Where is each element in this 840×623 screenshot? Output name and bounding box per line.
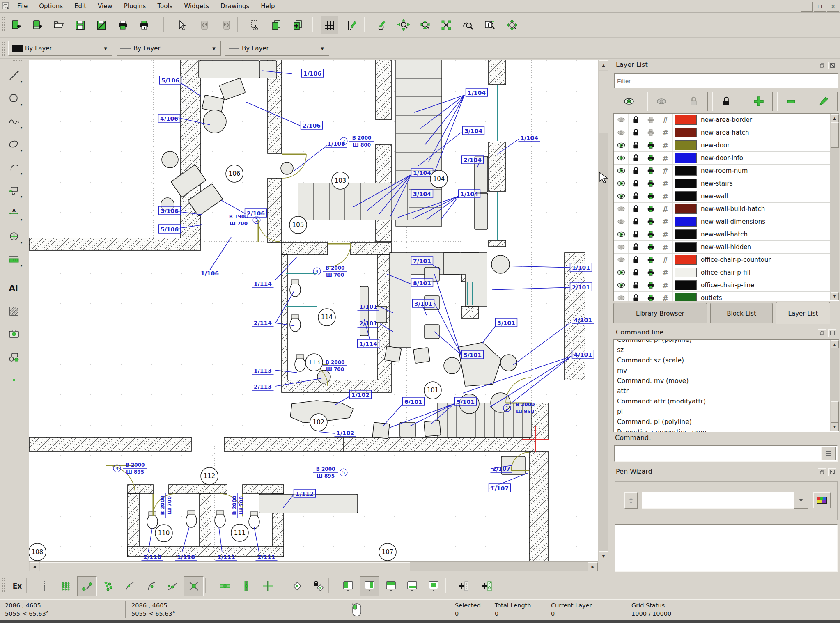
eye-off-icon[interactable] <box>614 254 629 266</box>
eye-off-icon[interactable] <box>614 241 629 253</box>
eye-off-icon[interactable] <box>614 114 629 126</box>
penbar-handle[interactable] <box>2 40 5 56</box>
lock-icon[interactable] <box>629 241 643 253</box>
show-all-button[interactable] <box>615 92 643 111</box>
lock-icon[interactable] <box>629 177 643 190</box>
close-panel-icon[interactable] <box>828 329 836 337</box>
tool-hatch-button[interactable] <box>5 302 23 320</box>
new-template-button[interactable] <box>29 16 46 34</box>
layer-row[interactable]: #new-wall-hatch <box>614 228 839 241</box>
layer-row[interactable]: #office-chair-p-countour <box>614 254 839 266</box>
menu-file[interactable]: File <box>11 1 33 11</box>
close-button[interactable]: ✕ <box>827 2 839 12</box>
scroll-down-icon[interactable]: ▼ <box>599 551 608 561</box>
print-icon[interactable] <box>643 126 658 139</box>
lock-icon[interactable] <box>629 203 643 215</box>
menu-help[interactable]: Help <box>255 1 280 11</box>
construction-icon[interactable]: # <box>658 177 673 190</box>
command-options-icon[interactable] <box>821 447 836 460</box>
tool-arc-button[interactable]: ▾ <box>5 159 23 176</box>
construction-icon[interactable]: # <box>658 292 673 301</box>
eye-icon[interactable] <box>614 190 629 202</box>
snap-distance-button[interactable] <box>163 576 182 596</box>
lock-icon[interactable] <box>629 292 643 301</box>
set-rel-zero-button[interactable] <box>287 576 307 596</box>
print-icon[interactable] <box>643 279 658 291</box>
canvas-vertical-scrollbar[interactable]: ▲ ▼ <box>598 60 608 561</box>
scroll-up-icon[interactable]: ▲ <box>831 340 839 348</box>
close-panel-icon[interactable] <box>828 468 836 476</box>
layer-row[interactable]: #new-wall-dimensions <box>614 215 839 228</box>
layer-row[interactable]: #outlets <box>614 292 839 301</box>
redo-button[interactable] <box>218 16 235 34</box>
lock-icon[interactable] <box>629 190 643 202</box>
snap-grid-button[interactable] <box>56 576 76 596</box>
print-icon[interactable] <box>643 266 658 279</box>
layer-row[interactable]: #new-area-border <box>614 114 839 126</box>
print-icon[interactable] <box>643 177 658 190</box>
layer-row[interactable]: #new-wall <box>614 190 839 203</box>
lock-icon[interactable] <box>629 266 643 279</box>
layer-filter-input[interactable] <box>614 73 838 88</box>
construction-icon[interactable]: # <box>658 241 673 253</box>
tool-line-button[interactable]: ▾ <box>5 67 23 84</box>
tool-point-button[interactable] <box>5 371 23 389</box>
zoom-out-button[interactable] <box>416 16 434 34</box>
print-icon[interactable] <box>643 215 658 228</box>
menu-options[interactable]: Options <box>33 1 69 11</box>
construction-icon[interactable]: # <box>658 203 673 215</box>
scroll-up-icon[interactable]: ▲ <box>599 60 608 70</box>
print-icon[interactable] <box>643 292 658 301</box>
print-icon[interactable] <box>643 228 658 240</box>
modify-layer-button[interactable] <box>810 92 838 111</box>
chevron-down-icon[interactable] <box>794 492 808 509</box>
restrict-vertical-button[interactable] <box>236 576 256 596</box>
tab-layer-list[interactable]: Layer List <box>776 302 830 324</box>
command-input[interactable] <box>614 445 838 462</box>
new-button[interactable] <box>7 16 25 34</box>
select-arrow-button[interactable] <box>172 16 190 34</box>
color-dropdown[interactable]: By Layer ▼ <box>8 41 112 56</box>
tool-move-rotate-button[interactable]: ▾ <box>5 228 23 245</box>
vscroll-thumb[interactable] <box>599 71 608 133</box>
eye-icon[interactable] <box>614 279 629 291</box>
add-layer-button[interactable] <box>745 92 773 111</box>
tab-library-browser[interactable]: Library Browser <box>613 303 707 323</box>
lefttools-handle[interactable] <box>12 60 24 63</box>
construction-icon[interactable]: # <box>658 266 673 279</box>
lock-icon[interactable] <box>629 228 643 240</box>
hide-all-button[interactable] <box>647 92 675 111</box>
tool-measure-button[interactable]: ▾ <box>5 251 23 268</box>
construction-icon[interactable]: # <box>658 165 673 177</box>
drawing-canvas[interactable]: B 2000Ш 8002B 1900Ш 7003B 2000Ш 7004B 20… <box>29 60 598 561</box>
command-history-scrollbar[interactable]: ▲ ▼ <box>830 340 839 431</box>
layer-row[interactable]: #new-door-info <box>614 152 839 165</box>
restore-button[interactable]: ❐ <box>814 2 826 12</box>
pen-wizard-spin-button[interactable] <box>624 492 638 509</box>
dock-bottom-button[interactable] <box>402 576 422 596</box>
unlock-all-button[interactable] <box>680 92 708 111</box>
eye-icon[interactable] <box>614 152 629 164</box>
pen-wizard-combo-input[interactable] <box>642 492 794 509</box>
scroll-down-icon[interactable]: ▼ <box>831 292 839 300</box>
scroll-down-icon[interactable]: ▼ <box>831 423 839 431</box>
print-icon[interactable] <box>643 203 658 215</box>
tool-text-button[interactable]: AI <box>5 279 23 297</box>
menu-edit[interactable]: Edit <box>69 1 92 11</box>
lock-icon[interactable] <box>629 126 643 139</box>
eye-icon[interactable] <box>614 139 629 151</box>
remove-layer-button[interactable] <box>777 92 805 111</box>
eye-icon[interactable] <box>614 165 629 177</box>
menu-tools[interactable]: Tools <box>151 1 178 11</box>
layer-row[interactable]: #new-room-num <box>614 165 839 177</box>
scroll-right-icon[interactable]: ▶ <box>588 562 598 571</box>
add-command-widget-button[interactable] <box>453 576 473 596</box>
lock-icon[interactable] <box>629 279 643 291</box>
pen-wizard-list[interactable] <box>615 524 838 572</box>
save-as-button[interactable] <box>93 16 110 34</box>
snap-free-button[interactable] <box>34 576 54 596</box>
layer-row[interactable]: #new-door <box>614 139 839 152</box>
print-icon[interactable] <box>643 165 658 177</box>
tool-image-button[interactable] <box>5 325 23 343</box>
eye-off-icon[interactable] <box>614 203 629 215</box>
